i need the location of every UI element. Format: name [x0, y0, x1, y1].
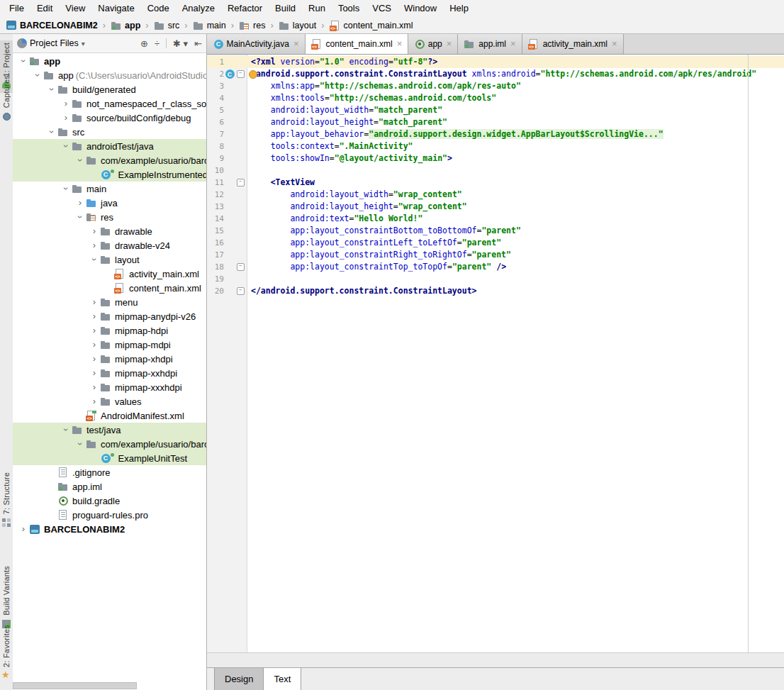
- chevron-expanded-icon[interactable]: ›: [89, 254, 100, 265]
- tree-item-exampleunittest[interactable]: ExampleUnitTest: [13, 451, 206, 465]
- chevron-collapsed-icon[interactable]: ›: [74, 197, 86, 208]
- tree-item-menu[interactable]: ›menu: [13, 295, 206, 309]
- tab-text[interactable]: Text: [264, 668, 301, 690]
- tree-item-mipmap-xhdpi[interactable]: ›mipmap-xhdpi: [13, 352, 206, 366]
- chevron-down-icon[interactable]: ▾: [82, 40, 85, 48]
- tree-item-exampleinstrumented[interactable]: ExampleInstrumented: [13, 167, 206, 182]
- chevron-expanded-icon[interactable]: ›: [74, 438, 86, 450]
- chevron-collapsed-icon[interactable]: ›: [89, 339, 100, 350]
- fold-end-icon[interactable]: −: [237, 287, 245, 295]
- tree-item-drawable[interactable]: ›drawable: [13, 224, 206, 238]
- breadcrumb-item-app[interactable]: app: [111, 20, 140, 31]
- tree-item-mipmap-xxxhdpi[interactable]: ›mipmap-xxxhdpi: [13, 380, 206, 394]
- chevron-collapsed-icon[interactable]: ›: [89, 325, 100, 336]
- chevron-collapsed-icon[interactable]: ›: [89, 382, 100, 393]
- tree-item-source-buildconfig-debug[interactable]: ›source/buildConfig/debug: [13, 111, 206, 125]
- chevron-collapsed-icon[interactable]: ›: [89, 311, 100, 322]
- menu-analyze[interactable]: Analyze: [176, 0, 221, 17]
- editor-tab-content-main-xml[interactable]: content_main.xml×: [306, 34, 409, 54]
- tree-item-res[interactable]: ›res: [13, 210, 206, 224]
- collapse-all-icon[interactable]: ÷: [155, 34, 159, 53]
- fold-collapse-icon[interactable]: −: [237, 179, 245, 187]
- hide-icon[interactable]: ⇤: [194, 34, 202, 53]
- settings-icon[interactable]: ✱ ▾: [173, 34, 188, 53]
- menu-navigate[interactable]: Navigate: [91, 0, 140, 17]
- tree-item-mipmap-hdpi[interactable]: ›mipmap-hdpi: [13, 323, 206, 338]
- chevron-expanded-icon[interactable]: ›: [60, 183, 72, 194]
- chevron-collapsed-icon[interactable]: ›: [60, 98, 72, 109]
- menu-tools[interactable]: Tools: [332, 0, 366, 17]
- tree-item-mipmap-anydpi-v26[interactable]: ›mipmap-anydpi-v26: [13, 309, 206, 323]
- menu-build[interactable]: Build: [269, 0, 302, 17]
- chevron-collapsed-icon[interactable]: ›: [60, 112, 72, 123]
- tree-item-build-generated[interactable]: ›build/generated: [13, 82, 206, 96]
- tree-item-test-java[interactable]: ›test/java: [13, 423, 206, 437]
- project-view-title[interactable]: Project Files: [30, 38, 79, 48]
- close-icon[interactable]: ×: [447, 40, 452, 48]
- fold-collapse-icon[interactable]: −: [237, 70, 245, 78]
- menu-refactor[interactable]: Refactor: [221, 0, 269, 17]
- chevron-collapsed-icon[interactable]: ›: [89, 240, 100, 251]
- editor-tab-mainactivity-java[interactable]: MainActivity.java×: [207, 34, 306, 54]
- breadcrumb-item-layout[interactable]: layout: [279, 20, 316, 31]
- tree-item-proguard-rules-pro[interactable]: proguard-rules.pro: [13, 508, 206, 522]
- chevron-expanded-icon[interactable]: ›: [46, 126, 57, 138]
- menu-edit[interactable]: Edit: [30, 0, 59, 17]
- tree-item-gitignore[interactable]: .gitignore: [13, 465, 206, 479]
- close-icon[interactable]: ×: [510, 40, 516, 48]
- tree-item-com-example-usuario-barce[interactable]: ›com/example/usuario/barce: [13, 153, 206, 167]
- tree-item-activity-main-xml[interactable]: activity_main.xml: [13, 267, 206, 281]
- tree-item-mipmap-mdpi[interactable]: ›mipmap-mdpi: [13, 338, 206, 352]
- tree-item-layout[interactable]: ›layout: [13, 252, 206, 267]
- breadcrumb-item-main[interactable]: main: [193, 20, 226, 31]
- chevron-expanded-icon[interactable]: ›: [74, 211, 86, 223]
- tool-tab-7-structure[interactable]: 7: Structure: [0, 470, 13, 530]
- breadcrumb-item-src[interactable]: src: [154, 20, 180, 31]
- chevron-collapsed-icon[interactable]: ›: [89, 396, 100, 407]
- chevron-expanded-icon[interactable]: ›: [60, 424, 72, 435]
- editor-tab-app-iml[interactable]: app.iml×: [458, 34, 522, 54]
- chevron-expanded-icon[interactable]: ›: [32, 69, 43, 81]
- menu-view[interactable]: View: [59, 0, 91, 17]
- chevron-collapsed-icon[interactable]: ›: [89, 296, 100, 308]
- breadcrumb-item-barcelonabim2[interactable]: BARCELONABIM2: [6, 20, 98, 31]
- tool-tab-captures[interactable]: Captures: [0, 73, 13, 124]
- menu-window[interactable]: Window: [398, 0, 443, 17]
- fold-end-icon[interactable]: −: [237, 263, 245, 271]
- tree-item-androidmanifest-xml[interactable]: AndroidManifest.xml: [13, 408, 206, 423]
- tree-item-not-namespaced-r-class-source[interactable]: ›not_namespaced_r_class_source: [13, 96, 206, 111]
- chevron-collapsed-icon[interactable]: ›: [18, 523, 29, 535]
- tree-item-app[interactable]: ›app (C:\Users\usuario\AndroidStudioPr: [13, 68, 206, 82]
- editor-tab-activity-main-xml[interactable]: activity_main.xml×: [522, 34, 624, 54]
- menu-run[interactable]: Run: [302, 0, 332, 17]
- chevron-collapsed-icon[interactable]: ›: [89, 226, 100, 237]
- tree-item-values[interactable]: ›values: [13, 394, 206, 408]
- menu-vcs[interactable]: VCS: [366, 0, 398, 17]
- breadcrumb-item-res[interactable]: res: [239, 20, 265, 31]
- tree-item-app-iml[interactable]: app.iml: [13, 479, 206, 494]
- chevron-expanded-icon[interactable]: ›: [74, 155, 86, 166]
- editor-tab-app[interactable]: app×: [408, 34, 458, 54]
- tree-item-com-example-usuario-barce[interactable]: ›com/example/usuario/barce: [13, 437, 206, 451]
- tool-tab-build-variants[interactable]: Build Variants: [0, 564, 13, 632]
- tree-item-androidtest-java[interactable]: ›androidTest/java: [13, 139, 206, 153]
- close-icon[interactable]: ×: [293, 40, 299, 48]
- horizontal-scrollbar[interactable]: [13, 682, 137, 689]
- close-icon[interactable]: ×: [397, 40, 403, 48]
- tree-item-drawable-v24[interactable]: ›drawable-v24: [13, 238, 206, 252]
- menu-file[interactable]: File: [3, 0, 30, 17]
- breadcrumb-item-content-main-xml[interactable]: content_main.xml: [330, 20, 413, 31]
- tree-item-mipmap-xxhdpi[interactable]: ›mipmap-xxhdpi: [13, 366, 206, 380]
- chevron-expanded-icon[interactable]: ›: [46, 84, 57, 95]
- tree-item-java[interactable]: ›java: [13, 196, 206, 210]
- tree-item-build-gradle[interactable]: build.gradle: [13, 494, 206, 508]
- tree-item-barcelonabim2[interactable]: ›BARCELONABIM2: [13, 522, 206, 536]
- chevron-expanded-icon[interactable]: ›: [60, 140, 72, 152]
- locate-icon[interactable]: ⊕: [140, 34, 148, 53]
- tool-tab-2-favorites[interactable]: 2: Favorites: [0, 623, 13, 684]
- tree-item-content-main-xml[interactable]: content_main.xml: [13, 281, 206, 295]
- chevron-expanded-icon[interactable]: ›: [18, 55, 29, 67]
- tree-item-main[interactable]: ›main: [13, 182, 206, 196]
- tree-item-src[interactable]: ›src: [13, 125, 206, 139]
- menu-code[interactable]: Code: [141, 0, 176, 17]
